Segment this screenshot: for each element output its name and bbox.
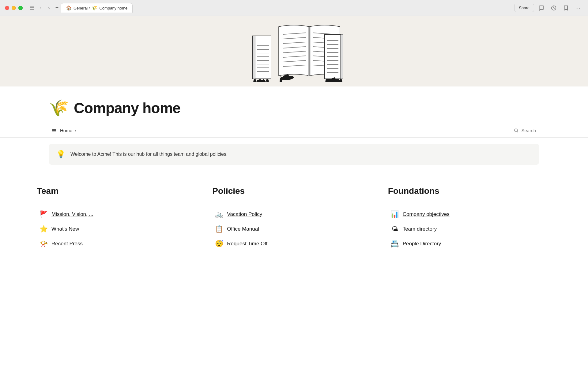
search-label: Search bbox=[521, 128, 536, 133]
foundations-column: Foundations 📊 Company objectives 🌤 Team … bbox=[388, 186, 551, 251]
list-icon bbox=[52, 129, 56, 132]
objectives-label: Company objectives bbox=[403, 211, 450, 217]
tab-bar: 🏠 General / 🌾 Company home bbox=[61, 3, 514, 13]
hamburger-button[interactable]: ☰ bbox=[28, 4, 36, 12]
foundations-divider bbox=[388, 201, 551, 201]
team-directory-label: Team directory bbox=[403, 226, 437, 232]
team-column: Team 🚩 Mission, Vision, ... ⭐ What's New… bbox=[37, 186, 200, 251]
page-title-area: 🌾 Company home bbox=[0, 86, 588, 124]
toolbar: Home ▾ Search bbox=[0, 124, 588, 138]
policies-divider bbox=[212, 201, 375, 201]
foundations-item-objectives[interactable]: 📊 Company objectives bbox=[388, 207, 551, 221]
search-area[interactable]: Search bbox=[511, 126, 539, 135]
back-button[interactable]: ‹ bbox=[36, 4, 45, 12]
svg-point-39 bbox=[514, 129, 518, 132]
policies-column: Policies 🚲 Vacation Policy 📋 Office Manu… bbox=[212, 186, 375, 251]
svg-rect-2 bbox=[253, 36, 255, 79]
forward-button[interactable]: › bbox=[45, 4, 53, 12]
request-time-off-icon: 😴 bbox=[215, 240, 223, 248]
whats-new-icon: ⭐ bbox=[39, 225, 48, 233]
tab-title: Company home bbox=[99, 6, 127, 10]
office-manual-icon: 📋 bbox=[215, 225, 223, 233]
tab-icon: 🏠 bbox=[66, 5, 72, 11]
vacation-icon: 🚲 bbox=[215, 210, 223, 218]
objectives-icon: 📊 bbox=[390, 210, 399, 218]
team-item-recent-press[interactable]: 📯 Recent Press bbox=[37, 237, 200, 251]
policies-items: 🚲 Vacation Policy 📋 Office Manual 😴 Requ… bbox=[212, 207, 375, 251]
titlebar: ☰ ‹ › + 🏠 General / 🌾 Company home Share bbox=[0, 0, 588, 16]
foundations-item-people-directory[interactable]: 📇 People Directory bbox=[388, 237, 551, 251]
minimize-button[interactable] bbox=[12, 6, 16, 10]
vacation-label: Vacation Policy bbox=[227, 211, 262, 217]
titlebar-actions: Share ··· bbox=[514, 3, 583, 13]
share-button[interactable]: Share bbox=[514, 4, 534, 12]
current-tab[interactable]: 🏠 General / 🌾 Company home bbox=[61, 3, 133, 13]
home-label: Home bbox=[60, 128, 72, 133]
chevron-down-icon: ▾ bbox=[75, 129, 76, 132]
bookmark-button[interactable] bbox=[561, 3, 571, 13]
breadcrumb-text: General / bbox=[74, 6, 90, 10]
add-tab-button[interactable]: + bbox=[53, 4, 61, 12]
people-directory-label: People Directory bbox=[403, 241, 441, 247]
policy-item-vacation[interactable]: 🚲 Vacation Policy bbox=[212, 207, 375, 221]
request-time-off-label: Request Time Off bbox=[227, 241, 267, 247]
people-directory-icon: 📇 bbox=[390, 240, 399, 248]
recent-press-icon: 📯 bbox=[39, 240, 48, 248]
hero-illustration bbox=[230, 21, 358, 82]
close-button[interactable] bbox=[5, 6, 9, 10]
tab-page-icon: 🌾 bbox=[92, 5, 97, 11]
search-icon bbox=[514, 128, 519, 133]
team-directory-icon: 🌤 bbox=[390, 225, 399, 233]
team-items: 🚩 Mission, Vision, ... ⭐ What's New 📯 Re… bbox=[37, 207, 200, 251]
office-manual-label: Office Manual bbox=[227, 226, 259, 232]
comment-button[interactable] bbox=[537, 3, 546, 13]
policy-item-request-time-off[interactable]: 😴 Request Time Off bbox=[212, 237, 375, 251]
hero-banner bbox=[0, 16, 588, 86]
traffic-lights bbox=[5, 6, 23, 10]
foundations-column-header: Foundations bbox=[388, 186, 551, 196]
main-content: 🌾 Company home Home ▾ Search 💡 Welcome t… bbox=[0, 16, 588, 368]
team-divider bbox=[37, 201, 200, 201]
foundations-items: 📊 Company objectives 🌤 Team directory 📇 … bbox=[388, 207, 551, 251]
welcome-callout: 💡 Welcome to Acme! This is our hub for a… bbox=[49, 144, 539, 165]
team-column-header: Team bbox=[37, 186, 200, 196]
policies-column-header: Policies bbox=[212, 186, 375, 196]
mission-label: Mission, Vision, ... bbox=[51, 211, 93, 217]
page-emoji: 🌾 bbox=[49, 99, 69, 117]
mission-icon: 🚩 bbox=[39, 210, 48, 218]
more-button[interactable]: ··· bbox=[573, 3, 583, 13]
history-button[interactable] bbox=[549, 3, 559, 13]
callout-icon: 💡 bbox=[56, 150, 66, 159]
team-item-mission[interactable]: 🚩 Mission, Vision, ... bbox=[37, 207, 200, 221]
maximize-button[interactable] bbox=[18, 6, 23, 10]
svg-rect-29 bbox=[341, 34, 343, 79]
three-column-section: Team 🚩 Mission, Vision, ... ⭐ What's New… bbox=[0, 171, 588, 263]
whats-new-label: What's New bbox=[51, 226, 79, 232]
team-item-whats-new[interactable]: ⭐ What's New bbox=[37, 222, 200, 236]
foundations-item-team-directory[interactable]: 🌤 Team directory bbox=[388, 222, 551, 236]
callout-text: Welcome to Acme! This is our hub for all… bbox=[70, 151, 228, 157]
home-dropdown[interactable]: Home ▾ bbox=[49, 126, 79, 135]
recent-press-label: Recent Press bbox=[51, 241, 83, 247]
page-title: Company home bbox=[74, 100, 180, 117]
policy-item-office-manual[interactable]: 📋 Office Manual bbox=[212, 222, 375, 236]
